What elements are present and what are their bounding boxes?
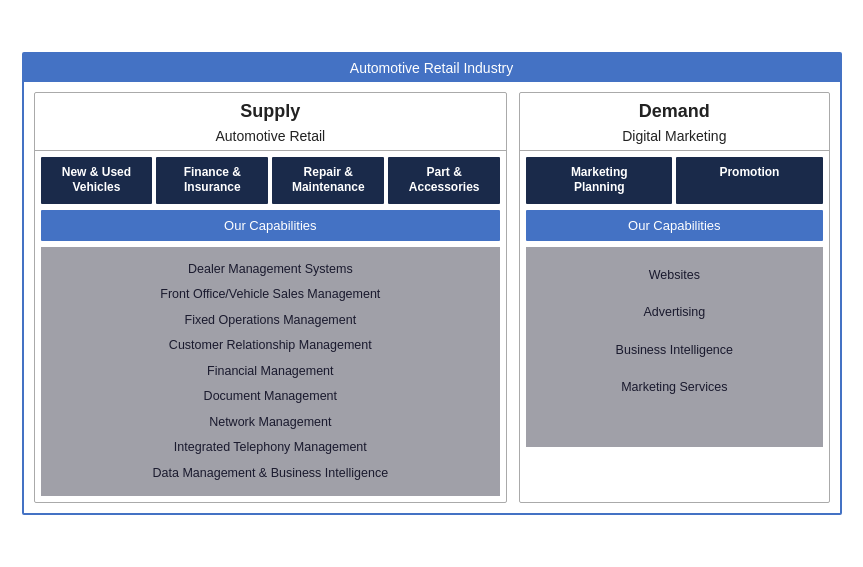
capability-dealer-mgmt: Dealer Management Systems [41, 257, 501, 283]
supply-section: Supply Automotive Retail New & UsedVehic… [34, 92, 508, 504]
demand-capabilities-bar: Our Capabilities [526, 210, 822, 241]
capability-crm: Customer Relationship Management [41, 333, 501, 359]
demand-section: Demand Digital Marketing MarketingPlanni… [519, 92, 829, 504]
industry-header: Automotive Retail Industry [24, 54, 840, 82]
demand-title: Demand [520, 93, 828, 126]
capability-network-mgmt: Network Management [41, 410, 501, 436]
capability-fixed-ops: Fixed Operations Management [41, 308, 501, 334]
capability-data-mgmt: Data Management & Business Intelligence [41, 461, 501, 487]
demand-capabilities-list: Websites Advertising Business Intelligen… [526, 247, 822, 447]
capability-marketing-services: Marketing Services [526, 369, 822, 407]
category-new-used-vehicles: New & UsedVehicles [41, 157, 153, 204]
capability-front-office: Front Office/Vehicle Sales Management [41, 282, 501, 308]
category-part-accessories: Part &Accessories [388, 157, 500, 204]
supply-title: Supply [35, 93, 507, 126]
demand-subtitle: Digital Marketing [520, 126, 828, 151]
capability-telephony: Integrated Telephony Management [41, 435, 501, 461]
industry-title: Automotive Retail Industry [350, 60, 513, 76]
outer-wrapper: Automotive Retail Industry Supply Automo… [22, 52, 842, 516]
capability-business-intelligence: Business Intelligence [526, 332, 822, 370]
demand-categories: MarketingPlanning Promotion [520, 151, 828, 210]
category-promotion: Promotion [676, 157, 822, 204]
main-body: Supply Automotive Retail New & UsedVehic… [24, 82, 840, 514]
category-repair-maintenance: Repair &Maintenance [272, 157, 384, 204]
capability-document-mgmt: Document Management [41, 384, 501, 410]
supply-capabilities-list: Dealer Management Systems Front Office/V… [41, 247, 501, 497]
supply-subtitle: Automotive Retail [35, 126, 507, 151]
supply-capabilities-bar: Our Capabilities [41, 210, 501, 241]
category-marketing-planning: MarketingPlanning [526, 157, 672, 204]
capability-financial-mgmt: Financial Management [41, 359, 501, 385]
category-finance-insurance: Finance &Insurance [156, 157, 268, 204]
capability-websites: Websites [526, 257, 822, 295]
supply-categories: New & UsedVehicles Finance &Insurance Re… [35, 151, 507, 210]
capability-advertising: Advertising [526, 294, 822, 332]
